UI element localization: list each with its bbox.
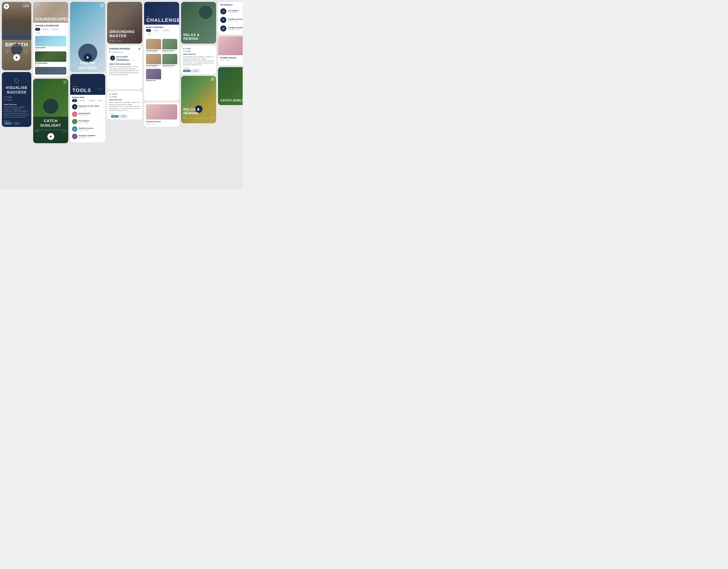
values-chevron: › [103,106,103,108]
challenge-name: Feel Grounded [116,56,137,58]
guided-icon: ◎ [4,96,5,98]
visualise-title: VISUALISE SUCCESS [2,85,31,94]
tool-item-grateful[interactable]: ♥ Being Grateful Q&A · 3 mins › [70,111,105,118]
vs-small-thumb [146,104,177,119]
vs-guided: Guided [220,59,224,61]
challenge-info: Feel Grounded 60% completed [116,56,137,60]
challenges-pill-all[interactable]: All [146,29,151,32]
tli-visualise-info: Visualise Success Guided · 5 mins [228,18,243,22]
relax2-time-labels: 00:00 15:00 [183,116,214,118]
done-btn[interactable]: Sounds [23,3,30,8]
vs-mins: 5 mins [226,59,230,61]
challenges-pills: All Balance Motivate Rest [144,29,179,36]
grateful-icon: ♥ [74,113,75,115]
outdoors-icon-circle: 🌿 [72,119,77,124]
fresh-waters-close[interactable]: × [100,3,104,7]
fresh-waters-thumb [35,36,66,46]
continue-progress-title: CONTINUE PROGRESS [109,48,130,50]
tool-about-title: About This Tool [109,99,140,101]
fresh-play-button[interactable] [84,53,92,62]
pill-all[interactable]: All [35,28,40,31]
tli-strength-name: Strength in Numbers [228,27,243,29]
values-icon-circle: ◈ [72,104,77,109]
challenges-pill-balance[interactable]: Balance [152,29,161,32]
grounding-label-2: Grounding Master [146,65,161,66]
filter-pills: All Balance Motivate Rest [35,28,66,34]
grounding-master-card: GROUNDING MASTER 31 days 31 reps [107,2,142,44]
ca-tags: Balance Control [183,70,214,72]
ca-balance-tag[interactable]: Balance [183,70,191,72]
tool-item-strength[interactable]: 🔗 Strength in Numbers Lucky Dip · 2 mins… [70,133,105,140]
tool-item-values[interactable]: ◈ Deep Dive on Your Values List · 8 mins… [70,103,105,111]
motivation-thumb[interactable]: Motivation Mo [146,69,161,81]
tools-pill-balance[interactable]: Balance [78,99,87,102]
vs-header-img [218,36,243,55]
relax2-progress: 00:00 15:00 [183,116,214,118]
tool-control-tag[interactable]: Control [119,115,127,118]
fresh-waters-bg: × 00:00 15:00 FRESH WATERS [70,2,105,72]
visualise-tool-icon: 👁 [74,128,76,130]
tools-pill-rest[interactable]: Rest [97,99,103,102]
grounding-img-1 [146,39,161,49]
breath-time-end: 15:00 [24,51,27,53]
challenge-mins-row: ⏱ 5 mins [183,50,214,52]
adversity-thumb-1[interactable]: Tackling Adversity 20 days · 20 reps [162,39,177,53]
challenge-bar-fill [116,60,129,60]
tool-outdoors-info: Get Outdoors Timer · 60 mins [78,120,102,123]
ca-about-title: About This Tool [183,53,214,55]
adversity-thumb-2[interactable]: Tackling Adversity 20 days · 20 reps [162,54,177,68]
ca-control-tag[interactable]: Control [191,70,199,72]
days-remaining-text: 31 days remaining [111,51,123,53]
balance-tag[interactable]: Balance [4,122,12,125]
challenges-header: Join CHALLENGES [144,2,179,25]
visualise-icon: ◇ [2,72,31,85]
about-tool-text: When presented with a challenge – whethe… [4,106,29,118]
tool-visualise-meta: Guided · 5 mins [78,129,102,131]
tli-strength-meta: Lucky Dip · 2 mins [228,29,243,30]
pill-rest[interactable]: Rest [35,31,42,34]
feel-breeze-thumb [35,51,66,62]
tools-pill-all[interactable]: All [72,99,77,102]
catch-play-button[interactable] [47,133,54,140]
tool-item-outdoors[interactable]: 🌿 Get Outdoors Timer · 60 mins › [70,118,105,125]
relax2-close-btn[interactable]: × [211,77,215,81]
column-6: RELAX & REWIND ◎ Guided ⏱ 5 mins About T… [181,2,216,188]
pill-motivate[interactable]: Motivate [51,28,60,31]
control-tag[interactable]: Control [13,122,20,125]
tool-item-visualise[interactable]: 👁 Visualise Success Guided · 5 mins › [70,125,105,133]
tool-grateful-meta: Q&A · 3 mins [78,114,102,116]
grounding-thumb-2[interactable]: Grounding Master 31 days · 31 reps [146,54,161,68]
tool-grateful-info: Being Grateful Q&A · 3 mins [78,112,102,116]
pill-balance[interactable]: Balance [41,28,50,31]
challenges-pill-rest[interactable]: Rest [146,33,152,35]
catch-sunlight-bg [33,79,68,117]
vs-content: Visualise Success Guided 5 mins [218,55,243,64]
tool-visualise-name: Visualise Success [78,127,102,129]
tools-pill-motivate[interactable]: Motivate [87,99,96,102]
tool-outdoors-name: Get Outdoors [78,120,102,122]
progress-expand-icon[interactable]: ⊞ [138,47,140,50]
grounding-reps-stat: 31 reps [116,40,121,42]
tli-strength-info: Strength in Numbers Lucky Dip · 2 mins [228,27,243,30]
challenges-pill-motivate[interactable]: Motivate [162,29,171,32]
relax-circle-1 [199,6,212,19]
column-2: Listen SOUNDSCAPES CHOOSE A SOUNDSCAPE A… [33,2,68,188]
tli-visualise[interactable]: 👁 Visualise Success Guided · 5 mins › [218,16,243,24]
tli-strength[interactable]: 🔗 Strength in Numbers Lucky Dip · 2 mins… [218,24,243,33]
tool-balance-tag[interactable]: Balance [111,115,119,118]
grounding-thumb-1[interactable]: Grounding Master 31 days · 31 reps [146,39,161,53]
small-play-button[interactable] [4,4,9,9]
tools-pills: All Balance Motivate Rest [70,99,105,103]
feel-breeze-label: Feel the breeze [35,62,66,64]
guided-label: Guided [6,96,12,98]
challenge-chevron[interactable]: › [139,57,139,59]
breath-play-button[interactable] [13,54,20,61]
catch-sunlight-bottom-card: CATCH SUNLIGHT [218,67,243,105]
tool-guided-icon: ◎ [109,93,111,95]
choose-title: CHOOSE A SOUNDSCAPE [35,25,66,27]
catch-sunlight-circle [43,99,58,114]
tli-outdoors[interactable]: 🌿 Get Outdoors Timer · 60 mins › [218,7,243,16]
adversity-label-2: Tackling Adversity [162,65,177,66]
catch-sunlight-close[interactable]: × [63,80,67,84]
values-icon: ◈ [74,106,75,108]
